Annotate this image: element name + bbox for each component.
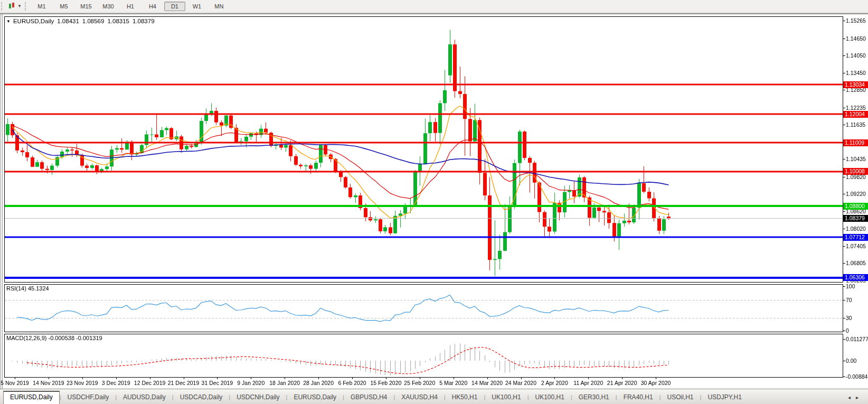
date-tick-label: 14 Nov 2019 [33,380,64,386]
hline-price-badge: 1.08800 [843,203,868,210]
date-tick-label: 28 Jan 2020 [303,380,334,386]
date-tick-label: 11 Apr 2020 [573,380,603,386]
timeframe-button-M30[interactable]: M30 [98,2,119,11]
price-tick-label: 1.11635 [846,121,865,128]
chart-canvas[interactable] [0,14,868,404]
chart-window: ▼EURUSD,Daily1.084311.085691.083151.0837… [0,13,868,404]
price-tick-label: 1.12235 [846,105,866,111]
date-tick-label: 31 Dec 2019 [202,380,233,386]
rsi-tick-label: 0 [846,327,849,334]
price-tick-label: 1.14650 [846,35,866,42]
ohlc-open: 1.08431 [57,18,79,24]
date-tick-label: 21 Dec 2019 [168,380,200,386]
timeframe-button-W1[interactable]: W1 [186,2,207,11]
price-tick-label: 1.08020 [846,226,866,232]
hline-price-badge: 1.07712 [843,234,868,241]
hline-price-badge: 1.12004 [843,111,868,118]
toolbar-separator [25,2,27,11]
rsi-tick-label: 30 [846,315,852,321]
chart-tab-eurusd-daily[interactable]: EURUSD,Daily [287,391,343,404]
timeframe-button-M5[interactable]: M5 [53,2,74,11]
date-tick-label: 6 Feb 2020 [338,380,366,386]
chart-tab-ger30-h1[interactable]: GER30,H1 [572,391,616,404]
chart-tab-audusd-daily[interactable]: AUDUSD,Daily [117,391,172,404]
chart-tab-usoil-h1[interactable]: USOil,H1 [661,391,700,404]
ohlc-high: 1.08569 [82,18,105,24]
chart-tab-hk50-h1[interactable]: HK50,H1 [446,391,484,404]
timeframe-button-D1[interactable]: D1 [164,2,185,11]
ohlc-low: 1.08315 [107,18,129,24]
timeframe-button-H4[interactable]: H4 [142,2,163,11]
toolbar-grip[interactable] [1,2,4,11]
tab-scroll-left-icon[interactable]: ◂ [848,394,856,400]
rsi-tick-label: 70 [846,297,852,303]
trading-terminal-window: ▼ M1M5M15M30H1H4D1W1MN ▼EURUSD,Daily1.08… [0,0,868,404]
hline-price-badge: 1.06306 [843,274,868,281]
chart-tab-gbpusd-h4[interactable]: GBPUSD,H4 [344,391,393,404]
toolbar-dropdown-caret-icon[interactable]: ▼ [17,4,22,8]
chart-tabs: EURUSD,Daily|USDCHF,Daily|AUDUSD,Daily|U… [3,391,748,404]
date-tick-label: 23 Nov 2019 [67,380,98,386]
price-tick-label: 1.13450 [846,70,866,76]
date-tick-label: 30 Apr 2020 [641,380,671,386]
ohlc-close: 1.08379 [133,18,155,24]
timeframe-button-H1[interactable]: H1 [120,2,141,11]
price-tick-label: 1.14050 [846,52,866,59]
chart-tab-usdcnh-daily[interactable]: USDCNH,Daily [230,391,286,404]
timeframe-button-MN[interactable]: MN [209,2,230,11]
tab-scroll-right-icon[interactable]: ▸ [856,394,864,400]
chart-tab-eurusd-daily[interactable]: EURUSD,Daily [3,391,60,404]
timeframe-button-M1[interactable]: M1 [31,2,52,11]
date-tick-label: 5 Mar 2020 [439,380,467,386]
date-tick-label: 21 Apr 2020 [607,380,637,386]
chart-tab-usdcad-daily[interactable]: USDCAD,Daily [174,391,229,404]
chart-tab-uk100-h1[interactable]: UK100,H1 [485,391,527,404]
chart-title: ▼EURUSD,Daily1.084311.085691.083151.0837… [6,18,155,24]
rsi-indicator-label: RSI(14) 45.1324 [6,285,49,292]
date-tick-label: 15 Feb 2020 [370,380,401,386]
macd-tick-label: 0.00 [846,358,856,364]
chart-tab-usdchf-daily[interactable]: USDCHF,Daily [61,391,116,404]
hline-price-badge: 1.13034 [843,81,868,88]
date-tick-label: 18 Jan 2020 [269,380,300,386]
chart-tab-xauusd-h4[interactable]: XAUUSD,H4 [395,391,444,404]
macd-indicator-label: MACD(12,26,9) -0.000538 -0.001319 [6,335,102,341]
current-price-badge: 1.08379 [843,215,868,222]
chart-tab-uk100-h1[interactable]: UK100,H1 [529,391,571,404]
chart-tabs-bar: EURUSD,Daily|USDCHF,Daily|AUDUSD,Daily|U… [0,389,868,404]
hline-price-badge: 1.11009 [843,139,868,146]
timeframe-button-M15[interactable]: M15 [76,2,97,11]
macd-tick-label: -0.008845 [846,373,868,380]
chart-tab-fra40-h1[interactable]: FRA40,H1 [617,391,659,404]
timeframe-buttons: M1M5M15M30H1H4D1W1MN [31,2,230,11]
chart-tab-usdjpy-h1[interactable]: USDJPY,H1 [701,391,748,404]
chart-periods-icon[interactable] [8,3,16,10]
macd-tick-label: 0.011277 [846,336,868,342]
date-tick-label: 2 Apr 2020 [541,380,568,386]
date-tick-label: 9 Jan 2020 [237,380,265,386]
price-tick-label: 1.15265 [846,17,866,24]
date-tick-label: 3 Dec 2019 [102,380,130,386]
symbol-period-label: EURUSD,Daily [13,18,54,24]
date-tick-label: 25 Feb 2020 [404,380,435,386]
timeframes-toolbar: ▼ M1M5M15M30H1H4D1W1MN [0,0,868,13]
tab-scroll-arrows: ◂▸ [848,394,864,400]
price-tick-label: 1.09220 [846,191,866,197]
hline-price-badge: 1.10008 [843,168,868,175]
price-tick-label: 1.06805 [846,260,866,266]
date-tick-label: 24 Mar 2020 [505,380,536,386]
collapse-caret-icon[interactable]: ▼ [6,19,11,24]
rsi-tick-label: 100 [846,283,855,289]
date-tick-label: 14 Mar 2020 [471,380,503,386]
price-tick-label: 1.10435 [846,156,866,162]
date-tick-label: 5 Nov 2019 [1,380,29,386]
date-tick-label: 12 Dec 2019 [134,380,166,386]
price-tick-label: 1.07405 [846,243,866,249]
